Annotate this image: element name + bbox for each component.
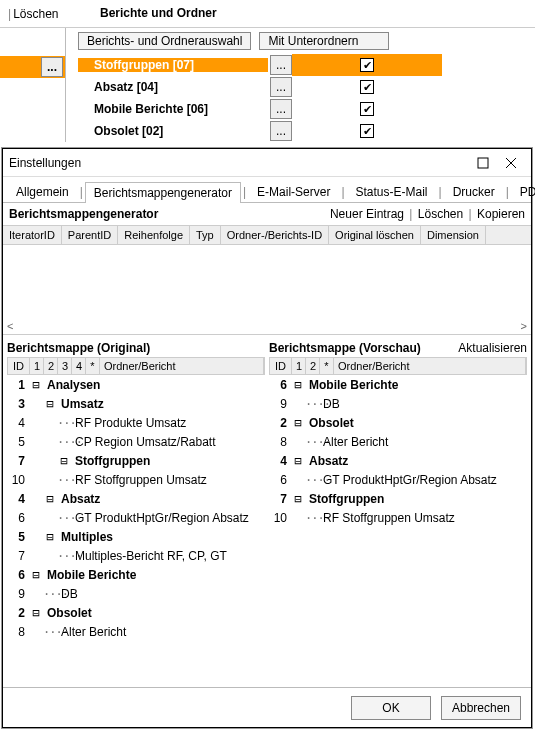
tree-row-id: 6 — [269, 378, 291, 392]
subfolders-checkbox[interactable] — [360, 124, 374, 138]
tree-row-id: 4 — [7, 416, 29, 430]
tree-row[interactable]: 1⊟Analysen — [7, 375, 265, 394]
tree-row[interactable]: 2⊟Obsolet — [269, 413, 527, 432]
tree-row[interactable]: 3⊟Umsatz — [7, 394, 265, 413]
collapse-icon[interactable]: ⊟ — [291, 492, 305, 506]
tab-allgemein[interactable]: Allgemein — [7, 181, 78, 202]
left-tree[interactable]: 1⊟Analysen3⊟Umsatz4····RF Produkte Umsat… — [7, 375, 265, 665]
tree-row[interactable]: 6····GT ProduktHptGr/Region Absatz — [7, 508, 265, 527]
subfolders-checkbox[interactable] — [360, 58, 374, 72]
tree-header-level[interactable]: * — [320, 358, 334, 374]
collapse-icon[interactable]: ⊟ — [291, 454, 305, 468]
tree-header-level[interactable]: 4 — [72, 358, 86, 374]
folder-name: Stoffgruppen [07] — [78, 58, 268, 72]
tree-header-id[interactable]: ID — [8, 358, 30, 374]
grid-column-header[interactable]: ParentID — [62, 226, 118, 244]
maximize-button[interactable] — [469, 151, 497, 175]
tree-row-label: Mobile Berichte — [43, 568, 136, 582]
tab-berichtsmappengenerator[interactable]: Berichtsmappengenerator — [85, 182, 241, 203]
tree-row-id: 5 — [7, 530, 29, 544]
tree-row-id: 1 — [7, 378, 29, 392]
row-picker-button[interactable]: ... — [41, 57, 63, 77]
grid-column-header[interactable]: Ordner-/Berichts-ID — [221, 226, 329, 244]
tree-header-level[interactable]: 2 — [306, 358, 320, 374]
tree-header-path[interactable]: Ordner/Bericht — [334, 358, 526, 374]
tree-row-label: DB — [57, 587, 78, 601]
tree-row[interactable]: 9····DB — [7, 584, 265, 603]
collapse-icon[interactable]: ⊟ — [43, 397, 57, 411]
refresh-link[interactable]: Aktualisieren — [458, 341, 527, 355]
tree-row-label: RF Stoffgruppen Umsatz — [319, 511, 455, 525]
tab-e-mail-server[interactable]: E-Mail-Server — [248, 181, 339, 202]
right-tree[interactable]: 6⊟Mobile Berichte9····DB2⊟Obsolet8····Al… — [269, 375, 527, 665]
tree-row-id: 10 — [7, 473, 29, 487]
folder-row[interactable]: Stoffgruppen [07]... — [78, 54, 529, 76]
tree-row-label: Analysen — [43, 378, 100, 392]
collapse-icon[interactable]: ⊟ — [29, 378, 43, 392]
tree-row[interactable]: 10····RF Stoffgruppen Umsatz — [269, 508, 527, 527]
collapse-icon[interactable]: ⊟ — [57, 454, 71, 468]
tree-header-id[interactable]: ID — [270, 358, 292, 374]
tree-row[interactable]: 2⊟Obsolet — [7, 603, 265, 622]
tree-header-level[interactable]: * — [86, 358, 100, 374]
collapse-icon[interactable]: ⊟ — [43, 530, 57, 544]
tab-status-e-mail[interactable]: Status-E-Mail — [347, 181, 437, 202]
folder-picker-button[interactable]: ... — [270, 55, 292, 75]
grid-body[interactable]: < > — [3, 245, 531, 335]
collapse-icon[interactable]: ⊟ — [43, 492, 57, 506]
folder-picker-button[interactable]: ... — [270, 77, 292, 97]
folder-picker-button[interactable]: ... — [270, 121, 292, 141]
ok-button[interactable]: OK — [351, 696, 431, 720]
tree-row[interactable]: 4····RF Produkte Umsatz — [7, 413, 265, 432]
tree-header-level[interactable]: 1 — [292, 358, 306, 374]
tree-row[interactable]: 9····DB — [269, 394, 527, 413]
tree-row[interactable]: 8····Alter Bericht — [7, 622, 265, 641]
collapse-icon[interactable]: ⊟ — [291, 378, 305, 392]
tree-row[interactable]: 6⊟Mobile Berichte — [269, 375, 527, 394]
subfolders-checkbox[interactable] — [360, 102, 374, 116]
close-button[interactable] — [497, 151, 525, 175]
scroll-left-hint[interactable]: < — [7, 320, 13, 332]
grid-column-header[interactable]: Typ — [190, 226, 221, 244]
folder-row[interactable]: Mobile Berichte [06]... — [78, 98, 529, 120]
collapse-icon[interactable]: ⊟ — [29, 568, 43, 582]
toolbar-link-l-schen[interactable]: Löschen — [418, 207, 463, 221]
tree-row[interactable]: 5⊟Multiples — [7, 527, 265, 546]
grid-column-header[interactable]: Dimension — [421, 226, 486, 244]
toolbar-link-neuer-eintrag[interactable]: Neuer Eintrag — [330, 207, 404, 221]
tab-drucker[interactable]: Drucker — [444, 181, 504, 202]
tree-row-id: 8 — [269, 435, 291, 449]
tree-header-level[interactable]: 3 — [58, 358, 72, 374]
tree-row[interactable]: 7⊟Stoffgruppen — [269, 489, 527, 508]
tab-pdf[interactable]: PDF — [511, 181, 535, 202]
tree-row[interactable]: 10····RF Stoffgruppen Umsatz — [7, 470, 265, 489]
cancel-button[interactable]: Abbrechen — [441, 696, 521, 720]
tree-row[interactable]: 6····GT ProduktHptGr/Region Absatz — [269, 470, 527, 489]
collapse-icon[interactable]: ⊟ — [291, 416, 305, 430]
tree-header-level[interactable]: 2 — [44, 358, 58, 374]
tree-row[interactable]: 4⊟Absatz — [269, 451, 527, 470]
tree-row[interactable]: 7····Multiples-Bericht RF, CP, GT — [7, 546, 265, 565]
tree-row[interactable]: 4⊟Absatz — [7, 489, 265, 508]
tree-row[interactable]: 6⊟Mobile Berichte — [7, 565, 265, 584]
toolbar-link-kopieren[interactable]: Kopieren — [477, 207, 525, 221]
grid-column-header[interactable]: Reihenfolge — [118, 226, 190, 244]
folder-picker-button[interactable]: ... — [270, 99, 292, 119]
toolbar-title: Berichtsmappengenerator — [9, 207, 330, 221]
tree-row[interactable]: 5····CP Region Umsatz/Rabatt — [7, 432, 265, 451]
tree-row-label: GT ProduktHptGr/Region Absatz — [71, 511, 249, 525]
delete-link[interactable]: Löschen — [13, 7, 58, 21]
dialog-title: Einstellungen — [9, 156, 469, 170]
tree-row-id: 6 — [7, 511, 29, 525]
grid-column-header[interactable]: IteratorID — [3, 226, 62, 244]
folder-row[interactable]: Obsolet [02]... — [78, 120, 529, 142]
subfolders-checkbox[interactable] — [360, 80, 374, 94]
tree-header-path[interactable]: Ordner/Bericht — [100, 358, 264, 374]
folder-row[interactable]: Absatz [04]... — [78, 76, 529, 98]
collapse-icon[interactable]: ⊟ — [29, 606, 43, 620]
scroll-right-hint[interactable]: > — [521, 320, 527, 332]
grid-column-header[interactable]: Original löschen — [329, 226, 421, 244]
tree-header-level[interactable]: 1 — [30, 358, 44, 374]
tree-row[interactable]: 7⊟Stoffgruppen — [7, 451, 265, 470]
tree-row[interactable]: 8····Alter Bericht — [269, 432, 527, 451]
